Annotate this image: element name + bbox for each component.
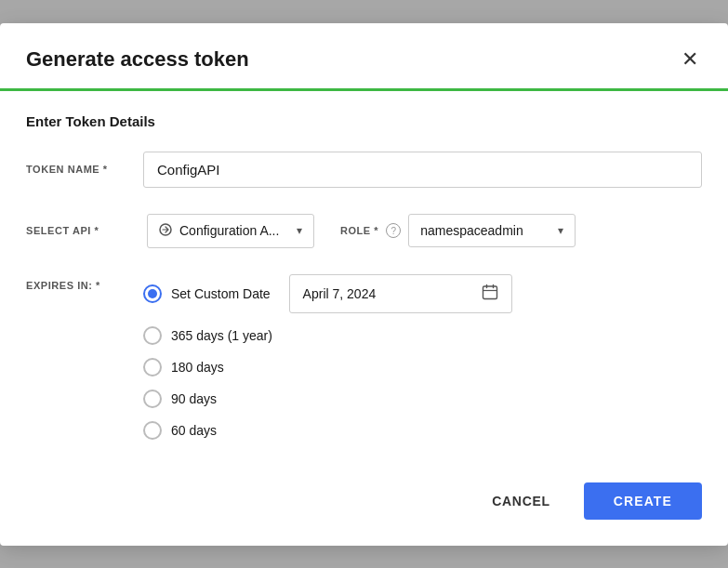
generate-token-modal: Generate access token ✕ Enter Token Deta… (0, 23, 728, 546)
radio-90-circle (143, 390, 162, 408)
role-info-icon[interactable]: ? (386, 223, 401, 238)
api-select-icon (159, 223, 172, 239)
section-title: Enter Token Details (26, 113, 702, 129)
modal-footer: CANCEL CREATE (0, 475, 728, 546)
date-input-box[interactable]: April 7, 2024 (289, 274, 512, 313)
date-text: April 7, 2024 (303, 286, 472, 301)
select-api-row: SELECT API * Configuration A... ▾ ROLE *… (26, 214, 702, 248)
svg-rect-1 (483, 286, 496, 299)
role-group: ROLE * ? namespaceadmin ▾ (340, 214, 576, 247)
modal-overlay: Generate access token ✕ Enter Token Deta… (0, 0, 728, 568)
role-select-chevron-icon: ▾ (558, 224, 563, 237)
radio-365-days[interactable]: 365 days (1 year) (143, 326, 512, 345)
modal-header: Generate access token ✕ (0, 23, 728, 73)
role-select-text: namespaceadmin (420, 223, 549, 238)
expires-row: EXPIRES IN: * Set Custom Date April 7, 2… (26, 274, 702, 440)
radio-365-circle (143, 326, 162, 345)
cancel-button[interactable]: CANCEL (477, 484, 565, 518)
custom-date-row: Set Custom Date April 7, 2024 (171, 274, 512, 313)
role-select-dropdown[interactable]: namespaceadmin ▾ (408, 214, 576, 247)
radio-60-label: 60 days (171, 423, 217, 438)
radio-custom-date-circle (143, 284, 162, 303)
calendar-icon (482, 284, 498, 304)
radio-90-label: 90 days (171, 391, 217, 406)
token-name-row: TOKEN NAME * (26, 152, 702, 188)
radio-60-days[interactable]: 60 days (143, 421, 512, 440)
token-name-input[interactable] (143, 152, 702, 188)
role-label: ROLE * (340, 225, 378, 236)
modal-body: Enter Token Details TOKEN NAME * SELECT … (0, 91, 728, 466)
expires-label: EXPIRES IN: * (26, 274, 128, 291)
create-button[interactable]: CREATE (584, 482, 702, 520)
api-select-text: Configuration A... (179, 223, 289, 238)
radio-180-label: 180 days (171, 360, 224, 375)
api-select-dropdown[interactable]: Configuration A... ▾ (147, 214, 314, 248)
api-select-chevron-icon: ▾ (297, 224, 302, 237)
token-name-label: TOKEN NAME * (26, 164, 128, 175)
custom-date-label: Set Custom Date (171, 286, 271, 301)
radio-180-circle (143, 358, 162, 376)
modal-title: Generate access token (26, 47, 249, 72)
radio-90-days[interactable]: 90 days (143, 390, 512, 408)
radio-custom-date[interactable]: Set Custom Date April 7, 2024 (143, 274, 512, 313)
radio-180-days[interactable]: 180 days (143, 358, 512, 376)
expires-options: Set Custom Date April 7, 2024 (143, 274, 512, 440)
close-button[interactable]: ✕ (678, 46, 702, 73)
radio-60-circle (143, 421, 162, 440)
select-api-label: SELECT API * (26, 225, 128, 236)
radio-365-label: 365 days (1 year) (171, 328, 272, 343)
